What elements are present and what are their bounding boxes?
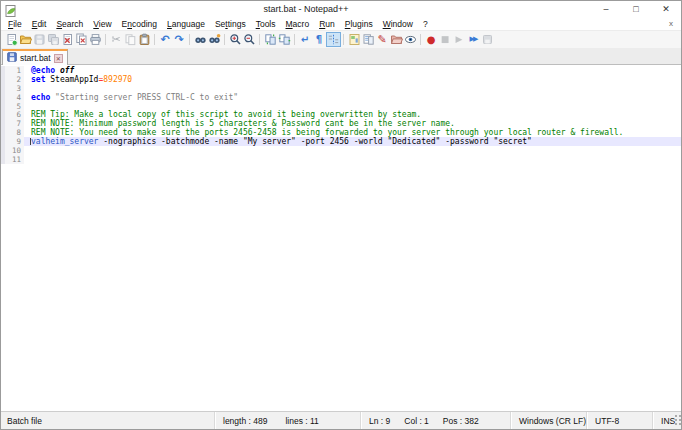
- title-bar: start.bat - Notepad++ – □ ✕: [1, 1, 681, 17]
- maximize-icon[interactable]: □: [621, 1, 651, 17]
- menu-item-help[interactable]: ?: [418, 19, 433, 29]
- code-line-2[interactable]: 2set SteamAppId=892970: [1, 75, 681, 84]
- close-all-documents-icon[interactable]: [75, 33, 88, 46]
- code-line-6[interactable]: 6REM Tip: Make a local copy of this scri…: [1, 110, 681, 119]
- token: SteamAppId: [45, 75, 98, 84]
- toolbar-separator: [294, 34, 295, 45]
- status-eol-format[interactable]: Windows (CR LF): [510, 412, 586, 429]
- line-number: 3: [5, 84, 24, 93]
- document-map-icon[interactable]: [348, 33, 361, 46]
- token: echo: [31, 93, 50, 102]
- menu-item-file[interactable]: File: [3, 19, 27, 29]
- code-text: set SteamAppId=892970: [24, 75, 681, 84]
- menu-item-language[interactable]: Language: [162, 19, 210, 29]
- code-line-7[interactable]: 7REM NOTE: Minimum password length is 5 …: [1, 119, 681, 128]
- close-icon[interactable]: ✕: [651, 1, 681, 17]
- status-length-lines: length : 489 lines : 11: [214, 412, 360, 429]
- save-all-icon[interactable]: [47, 33, 60, 46]
- token: valheim_server: [31, 137, 98, 146]
- code-line-8[interactable]: 8REM NOTE: You need to make sure the por…: [1, 128, 681, 137]
- code-line-9[interactable]: 9valheim_server -nographics -batchmode -…: [1, 137, 681, 146]
- macro-save-icon[interactable]: [481, 33, 494, 46]
- word-wrap-icon[interactable]: ↵: [299, 33, 312, 46]
- zoom-in-icon[interactable]: [229, 33, 242, 46]
- token: @echo: [31, 66, 55, 75]
- macro-playback-icon[interactable]: ▶: [453, 33, 466, 46]
- print-icon[interactable]: [89, 33, 102, 46]
- sync-horizontal-icon[interactable]: [278, 33, 291, 46]
- menu-item-plugins[interactable]: Plugins: [340, 19, 378, 29]
- code-line-1[interactable]: 1@echo off: [1, 66, 681, 75]
- menu-item-encoding[interactable]: Encoding: [117, 19, 162, 29]
- code-line-5[interactable]: 5: [1, 102, 681, 111]
- macro-record-icon[interactable]: ●: [425, 33, 438, 46]
- menu-item-settings[interactable]: Settings: [210, 19, 251, 29]
- code-line-3[interactable]: 3: [1, 84, 681, 93]
- zoom-out-icon[interactable]: [243, 33, 256, 46]
- menu-item-tools[interactable]: Tools: [251, 19, 281, 29]
- code-line-4[interactable]: 4echo "Starting server PRESS CTRL-C to e…: [1, 93, 681, 102]
- code-text: echo "Starting server PRESS CTRL-C to ex…: [24, 93, 681, 102]
- save-icon[interactable]: [33, 33, 46, 46]
- show-all-characters-icon[interactable]: ¶: [313, 33, 326, 46]
- menu-item-macro[interactable]: Macro: [281, 19, 315, 29]
- menu-item-run[interactable]: Run: [314, 19, 340, 29]
- monitoring-icon[interactable]: [404, 33, 417, 46]
- line-number: 4: [5, 93, 24, 102]
- status-lines: lines : 11: [285, 416, 318, 426]
- copy-icon[interactable]: [124, 33, 137, 46]
- function-list-icon[interactable]: ✎: [376, 33, 389, 46]
- tab-start-bat[interactable]: start.bat ✕: [2, 49, 68, 65]
- menu-item-edit[interactable]: Edit: [27, 19, 52, 29]
- code-text: valheim_server -nographics -batchmode -n…: [24, 137, 681, 146]
- replace-icon[interactable]: [208, 33, 221, 46]
- code-line-10[interactable]: 10: [1, 146, 681, 155]
- menu-item-view[interactable]: View: [88, 19, 116, 29]
- macro-run-multiple-icon[interactable]: ▶▶: [467, 33, 480, 46]
- line-number: 1: [5, 66, 24, 75]
- line-number: 9: [5, 137, 24, 146]
- folder-as-workspace-icon[interactable]: [390, 33, 403, 46]
- menu-item-search[interactable]: Search: [51, 19, 88, 29]
- find-icon[interactable]: [194, 33, 207, 46]
- status-pos: Pos : 382: [443, 416, 479, 426]
- document-list-icon[interactable]: [362, 33, 375, 46]
- toolbar-separator: [259, 34, 260, 45]
- menu-item-window[interactable]: Window: [378, 19, 418, 29]
- sync-vertical-icon[interactable]: [264, 33, 277, 46]
- cut-icon[interactable]: ✂: [110, 33, 123, 46]
- code-line-11[interactable]: 11: [1, 155, 681, 164]
- macro-stop-icon[interactable]: ■: [439, 33, 452, 46]
- line-number: 5: [5, 102, 24, 111]
- status-insert-mode[interactable]: INS: [652, 412, 682, 429]
- paste-icon[interactable]: [138, 33, 151, 46]
- menu-bar: FileEditSearchViewEncodingLanguageSettin…: [1, 17, 681, 30]
- code-text: [24, 146, 681, 155]
- token: -nographics -batchmode -name "My server"…: [98, 137, 531, 146]
- status-encoding[interactable]: UTF-8: [586, 412, 652, 429]
- resize-grip[interactable]: [675, 415, 682, 426]
- open-file-icon[interactable]: [19, 33, 32, 46]
- toolbar: ✂↶↷↵¶✎●■▶▶▶: [1, 30, 681, 48]
- status-length: length : 489: [223, 416, 267, 426]
- code-text: REM NOTE: Minimum password length is 5 c…: [24, 119, 681, 128]
- menubar-close-icon[interactable]: x: [669, 20, 673, 28]
- status-doc-type: Batch file: [1, 412, 214, 429]
- indent-guide-icon[interactable]: [327, 33, 340, 46]
- redo-icon[interactable]: ↷: [173, 33, 186, 46]
- code-text: @echo off: [24, 66, 681, 75]
- token: set: [31, 75, 45, 84]
- caret: [30, 138, 31, 145]
- saved-state-icon: [7, 52, 17, 64]
- new-file-icon[interactable]: [5, 33, 18, 46]
- tab-close-icon[interactable]: ✕: [54, 54, 63, 63]
- token: off: [60, 66, 74, 75]
- editor[interactable]: 1@echo off2set SteamAppId=89297034echo "…: [1, 65, 681, 411]
- window-controls: – □ ✕: [591, 1, 681, 17]
- app-icon: [5, 3, 17, 15]
- line-number: 6: [5, 110, 24, 119]
- minimize-icon[interactable]: –: [591, 1, 621, 17]
- undo-icon[interactable]: ↶: [159, 33, 172, 46]
- close-document-icon[interactable]: [61, 33, 74, 46]
- toolbar-separator: [105, 34, 106, 45]
